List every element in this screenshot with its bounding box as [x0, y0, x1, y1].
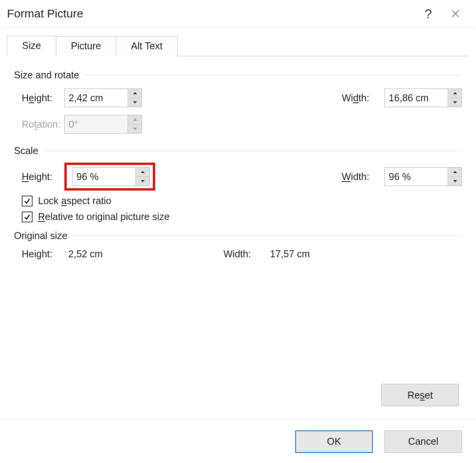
checkmark-icon	[24, 213, 31, 220]
rotation-value: 0°	[65, 115, 128, 133]
reset-button[interactable]: Reset	[381, 384, 459, 406]
close-button[interactable]	[442, 2, 469, 25]
scale-width-label: Width:	[342, 171, 384, 182]
ok-button[interactable]: OK	[295, 430, 373, 453]
cancel-button[interactable]: Cancel	[384, 430, 462, 453]
lock-aspect-checkbox[interactable]	[22, 196, 33, 206]
lock-aspect-label: Lock aspect ratio	[38, 195, 111, 206]
section-divider	[72, 236, 462, 236]
relative-original-label: Relative to original picture size	[38, 211, 170, 222]
section-scale: Scale	[14, 145, 462, 156]
help-button[interactable]: ?	[415, 2, 442, 25]
rotation-spinner: 0°	[64, 115, 142, 134]
dialog-footer: OK Cancel	[0, 420, 476, 463]
section-divider	[84, 75, 462, 75]
height-spinner[interactable]: 2,42 cm	[64, 88, 142, 107]
scale-height-spinner[interactable]: 96 %	[72, 167, 150, 186]
tabs: Size Picture Alt Text	[0, 28, 476, 56]
scale-width-value[interactable]: 96 %	[385, 168, 448, 186]
row-scale-height-width: Height: 96 % Width: 96 %	[14, 163, 462, 191]
checkmark-icon	[24, 198, 31, 205]
section-size-and-rotate: Size and rotate	[14, 69, 462, 81]
scale-height-spinner-up[interactable]	[136, 168, 149, 177]
section-original-size: Original size	[14, 230, 462, 241]
scale-height-label: Height:	[14, 171, 64, 182]
width-value[interactable]: 16,86 cm	[385, 89, 448, 107]
row-rotation: Rotation: 0°	[14, 113, 462, 135]
width-spinner-down[interactable]	[448, 98, 462, 107]
format-picture-dialog: Format Picture ? Size Picture Alt Text S…	[0, 0, 476, 463]
relative-original-row: Relative to original picture size	[14, 211, 462, 222]
dialog-body: Size and rotate Height: 2,42 cm Width: 1…	[0, 56, 476, 420]
dialog-title: Format Picture	[7, 7, 415, 20]
rotation-spinner-down	[128, 125, 142, 134]
scale-width-spinner-up[interactable]	[448, 168, 462, 177]
tab-picture[interactable]: Picture	[56, 36, 116, 56]
tab-size[interactable]: Size	[7, 36, 56, 56]
reset-area: Reset	[381, 382, 462, 416]
height-value[interactable]: 2,42 cm	[65, 89, 128, 107]
original-height-value: 2,52 cm	[64, 248, 223, 260]
titlebar: Format Picture ?	[0, 0, 476, 27]
height-label: Height:	[14, 92, 64, 104]
section-divider	[43, 151, 462, 151]
width-label: Width:	[342, 92, 384, 104]
width-spinner[interactable]: 16,86 cm	[384, 88, 462, 107]
section-label-original: Original size	[14, 230, 68, 241]
width-spinner-up[interactable]	[448, 89, 462, 98]
help-icon: ?	[425, 6, 432, 21]
scale-width-spinner-down[interactable]	[448, 177, 462, 186]
section-label-scale: Scale	[14, 145, 38, 156]
section-label-size-rotate: Size and rotate	[14, 69, 79, 81]
scale-width-spinner[interactable]: 96 %	[384, 167, 462, 186]
lock-aspect-ratio-row: Lock aspect ratio	[14, 195, 462, 206]
relative-original-checkbox[interactable]	[22, 212, 33, 222]
height-spinner-down[interactable]	[128, 98, 142, 107]
tab-alt-text[interactable]: Alt Text	[116, 36, 178, 56]
original-width-value: 17,57 cm	[266, 248, 310, 260]
rotation-spinner-up	[128, 115, 142, 125]
original-height-label: Height:	[14, 248, 64, 260]
height-spinner-up[interactable]	[128, 89, 142, 98]
rotation-label: Rotation:	[14, 119, 64, 130]
scale-height-value[interactable]: 96 %	[73, 168, 135, 186]
original-width-label: Width:	[223, 248, 266, 260]
row-height: Height: 2,42 cm Width: 16,86 cm	[14, 87, 462, 109]
scale-height-highlight: 96 %	[64, 163, 155, 191]
row-original-size: Height: 2,52 cm Width: 17,57 cm	[14, 248, 462, 260]
close-icon	[451, 9, 460, 18]
scale-height-spinner-down[interactable]	[136, 177, 149, 186]
